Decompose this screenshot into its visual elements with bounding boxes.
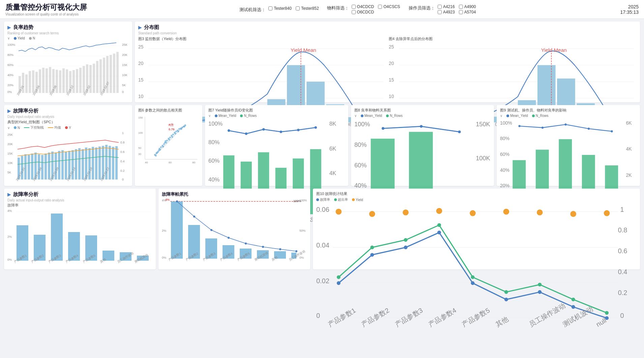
svg-rect-20 [29,71,31,93]
operator-option-3[interactable]: A4923 [438,10,455,14]
fig10-exceed-legend: 超出率 [334,197,348,202]
tester-option-2[interactable]: Tester852 [296,6,319,11]
svg-text:0.2: 0.2 [120,169,125,172]
yield-trend-legend: ∨ Yield N [7,36,129,40]
operator-option-4[interactable]: A5704 [459,10,476,14]
svg-point-382 [537,209,543,216]
svg-rect-297 [51,214,63,261]
combined-dropdown[interactable]: ∨ [500,114,502,118]
operator-checkbox-1[interactable] [438,5,442,9]
svg-point-334 [279,248,281,250]
material-yield-panel: 图8 良率和物料关系图 ∨ Mean_Yield N_Rows 100% 80%… [351,105,494,186]
svg-text:8K: 8K [329,121,336,127]
svg-text:2019.01.09: 2019.01.09 [49,167,59,182]
spc-mean-line [48,127,53,128]
material-checkbox-3[interactable] [352,10,356,14]
spc-chart: 25K 20K 15K 10K 5K 1 0.8 0.6 0.4 0.2 0 [7,131,129,183]
svg-text:2K: 2K [626,172,632,178]
svg-text:5K: 5K [122,84,126,87]
pareto-chart: 4% 2% 0% 100% 50% 0% 4% 100% [162,198,307,264]
spc-svg: 25K 20K 15K 10K 5K 1 0.8 0.6 0.4 0.2 0 [7,131,129,183]
op-dropdown[interactable]: ∨ [208,114,211,118]
svg-text:0%: 0% [7,90,12,94]
combined-yield-panel: 图9 测试机、操作员、物料对良率的影响 ∨ Mean_Yield N_Rows … [497,105,640,186]
operator-checkbox-4[interactable] [459,10,463,14]
material-option-2[interactable]: O4CSCS [378,4,401,9]
svg-text:5K: 5K [7,171,11,174]
svg-text:15: 15 [389,77,394,83]
svg-text:0.06: 0.06 [316,206,329,213]
svg-text:产品参数4: 产品参数4 [427,306,458,328]
material-option-1[interactable]: O4CDCD [352,4,374,9]
fig10-legend: 故障率 超出率 Yield [316,197,637,202]
svg-text:2019.01.04: 2019.01.04 [32,167,42,182]
svg-text:25K: 25K [122,43,127,46]
svg-rect-154 [92,147,94,180]
spc-dropdown[interactable]: ∨ [7,126,10,130]
legend-dropdown[interactable]: ∨ [7,36,10,40]
main-title: 质量管控分析可视化大屏 [5,2,87,12]
svg-text:2019.01.01: 2019.01.01 [15,167,26,182]
fig10-fault-dot [316,198,319,201]
svg-text:4%: 4% [165,198,170,201]
svg-rect-146 [65,152,67,180]
svg-point-365 [572,305,575,309]
svg-text:40%: 40% [208,176,219,183]
combined-mean-dot [506,115,509,117]
svg-text:60%: 60% [354,162,367,169]
svg-point-256 [420,125,422,128]
svg-rect-141 [48,153,50,180]
operator-checkbox-3[interactable] [438,10,442,14]
tester-checkbox-2[interactable] [296,6,300,10]
operator-options: A4216 A4900 A4923 A5704 [438,4,476,14]
svg-text:80: 80 [192,161,195,164]
op-mean-dot [215,115,217,117]
svg-point-360 [404,246,408,249]
material-checkbox-2[interactable] [378,5,382,9]
mat-dropdown[interactable]: ∨ [354,114,357,118]
header-subtitle: Visualization screen of quality contr ol… [5,12,87,16]
svg-point-206 [171,136,173,138]
svg-text:0.4: 0.4 [618,268,627,275]
spc-title: 典型的Yield_控制图（SPC） [7,120,129,125]
svg-text:2019.01.14: 2019.01.14 [66,167,76,182]
svg-point-333 [262,246,264,248]
svg-text:30: 30 [138,153,141,156]
svg-rect-144 [58,151,60,180]
svg-text:150K: 150K [476,121,490,128]
svg-text:100%: 100% [293,199,301,203]
tester-checkbox-1[interactable] [268,6,272,10]
svg-text:150: 150 [138,116,143,119]
svg-rect-44 [110,55,112,93]
yield-trend-title: 良率趋势 [13,24,33,31]
material-checkbox-1[interactable] [352,5,356,9]
material-option-3[interactable]: O6CDCD [352,10,374,14]
svg-point-234 [315,126,317,129]
op-yield-legend: ∨ Mean_Yield N_Rows [208,114,345,118]
fault-title-1: 故障率分析 [13,108,38,114]
svg-text:0: 0 [122,90,124,94]
svg-rect-135 [28,155,30,180]
svg-text:2019.01.22: 2019.01.22 [99,167,110,182]
operator-checkbox-2[interactable] [459,5,463,9]
fault-rate-chart: 4% 2% 0% 产品参数1 [7,208,152,266]
svg-point-377 [369,211,375,217]
op-mean-legend: Mean_Yield [215,114,236,118]
svg-text:员工操作波动: 员工操作波动 [528,301,566,328]
svg-point-179 [155,155,157,157]
svg-text:2019.01.18: 2019.01.18 [83,167,93,182]
svg-text:20: 20 [389,61,394,66]
svg-point-384 [604,210,610,216]
svg-text:0.8: 0.8 [120,141,125,144]
operator-option-2[interactable]: A4900 [459,4,476,9]
svg-text:0.02: 0.02 [316,277,329,285]
yield-trend-header: ▶ 良率趋势 [7,24,129,31]
operator-option-1[interactable]: A4216 [438,4,455,9]
svg-text:0%: 0% [7,258,12,261]
tester-option-1[interactable]: Tester840 [268,6,292,11]
operator-filter: 操作员筛选： A4216 A4900 A4923 A5704 [409,4,476,14]
time-display: 17:35:13 [620,9,639,15]
svg-rect-150 [78,148,81,180]
combined-n-dot [532,115,535,117]
svg-text:80%: 80% [7,53,13,57]
